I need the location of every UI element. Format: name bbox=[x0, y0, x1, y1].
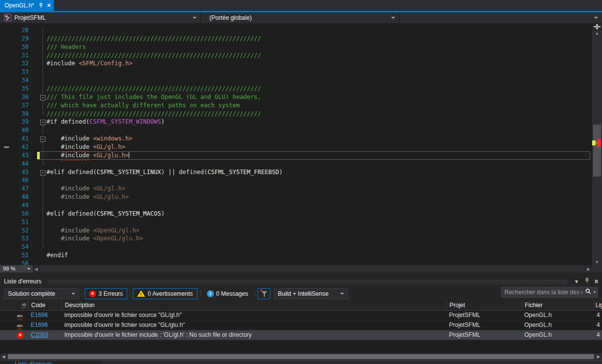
code-line[interactable]: 40 bbox=[0, 126, 592, 135]
indicator-margin[interactable] bbox=[0, 101, 14, 110]
tab-liste-derreurs[interactable]: Liste d'erreurs bbox=[0, 361, 101, 364]
indicator-margin[interactable] bbox=[0, 68, 14, 76]
scrollbar-thumb[interactable] bbox=[8, 354, 594, 359]
code-line[interactable]: 43 #include <GL/glu.h> bbox=[0, 151, 592, 160]
scroll-up-arrow[interactable]: ▲ bbox=[592, 30, 602, 36]
error-row[interactable]: abcE1696impossible d'ouvrir le fichier s… bbox=[0, 311, 602, 320]
error-code-link[interactable]: C1083 bbox=[31, 331, 48, 338]
code-line[interactable]: 30/// Headers bbox=[0, 43, 592, 51]
source-filter-dropdown[interactable]: Build + IntelliSense bbox=[274, 288, 348, 299]
code-line[interactable]: 42 #include <GL/gl.h> bbox=[0, 143, 592, 151]
column-project[interactable]: Projet bbox=[446, 300, 521, 310]
column-file[interactable]: Fichier bbox=[521, 300, 594, 310]
code-line[interactable]: 39−#if defined(CSFML_SYSTEM_WINDOWS) bbox=[0, 118, 592, 126]
fold-collapse-icon[interactable]: − bbox=[40, 170, 46, 176]
indicator-margin[interactable] bbox=[0, 176, 14, 184]
error-code-link[interactable]: E1696 bbox=[31, 312, 48, 318]
filter-button[interactable]: × bbox=[257, 288, 270, 299]
code-line[interactable]: 48 #include <GL/glu.h> bbox=[0, 193, 592, 201]
scroll-right-arrow[interactable]: ▶ bbox=[585, 267, 592, 272]
close-icon[interactable]: × bbox=[592, 277, 601, 286]
code-line[interactable]: 36−/// This file just includes the OpenG… bbox=[0, 93, 592, 101]
code-editor[interactable]: 2829////////////////////////////////////… bbox=[0, 23, 592, 268]
code-line[interactable]: 50#elif defined(CSFML_SYSTEM_MACOS) bbox=[0, 210, 592, 218]
column-description[interactable]: Description bbox=[61, 300, 446, 310]
indicator-margin[interactable] bbox=[0, 227, 14, 235]
indicator-margin[interactable] bbox=[0, 126, 14, 135]
code-line[interactable]: 55#endif bbox=[0, 251, 592, 260]
column-code[interactable]: Code bbox=[28, 300, 61, 310]
indicator-margin[interactable] bbox=[0, 201, 14, 210]
code-line[interactable]: 37/// which have actually different path… bbox=[0, 101, 592, 110]
code-line[interactable]: 47 #include <GL/gl.h> bbox=[0, 184, 592, 193]
panel-title-bar[interactable]: Liste d'erreurs ▾ × bbox=[0, 276, 602, 287]
indicator-margin[interactable] bbox=[0, 160, 14, 168]
pin-icon[interactable] bbox=[582, 277, 591, 286]
error-row[interactable]: ×C1083Impossible d'ouvrir le fichier inc… bbox=[0, 330, 602, 340]
indicator-margin[interactable] bbox=[0, 43, 14, 51]
code-line[interactable]: 32#include <SFML/Config.h> bbox=[0, 59, 592, 68]
member-dropdown[interactable] bbox=[400, 12, 602, 23]
code-line[interactable]: 38//////////////////////////////////////… bbox=[0, 110, 592, 118]
code-line[interactable]: 54 bbox=[0, 243, 592, 251]
indicator-margin[interactable] bbox=[0, 218, 14, 227]
indicator-margin[interactable] bbox=[0, 143, 14, 151]
code-line[interactable]: 44 bbox=[0, 160, 592, 168]
indicator-margin[interactable] bbox=[0, 251, 14, 260]
indicator-margin[interactable] bbox=[0, 59, 14, 68]
column-line[interactable]: Ligne bbox=[594, 300, 602, 310]
fold-collapse-icon[interactable]: − bbox=[40, 95, 46, 100]
indicator-margin[interactable] bbox=[0, 26, 14, 35]
scrollbar-thumb[interactable] bbox=[593, 125, 601, 177]
indicator-margin[interactable] bbox=[0, 243, 14, 251]
panel-horizontal-scrollbar[interactable]: ◀ ▶ bbox=[0, 353, 602, 360]
scroll-left-arrow[interactable]: ◀ bbox=[0, 354, 7, 359]
scroll-right-arrow[interactable]: ▶ bbox=[595, 354, 602, 359]
indicator-margin[interactable] bbox=[0, 168, 14, 177]
errors-filter-button[interactable]: × 3 Erreurs bbox=[85, 288, 127, 299]
indicator-margin[interactable] bbox=[0, 51, 14, 60]
indicator-margin[interactable] bbox=[0, 76, 14, 85]
code-line[interactable]: 28 bbox=[0, 26, 592, 35]
warnings-filter-button[interactable]: ! 0 Avertissements bbox=[133, 288, 197, 299]
scope-filter-dropdown[interactable]: Solution complète bbox=[4, 288, 79, 299]
code-line[interactable]: 49 bbox=[0, 201, 592, 210]
editor-vertical-scrollbar[interactable]: ▲ ▼ bbox=[592, 23, 602, 265]
search-input[interactable] bbox=[502, 289, 583, 296]
column-severity[interactable]: ab bbox=[0, 300, 28, 310]
outline-margin[interactable]: − bbox=[40, 168, 47, 177]
tab-opengl-h[interactable]: OpenGL.h* × bbox=[0, 0, 54, 11]
fold-collapse-icon[interactable]: − bbox=[40, 136, 46, 142]
indicator-margin[interactable] bbox=[0, 151, 14, 160]
code-line[interactable]: 52 #include <OpenGL/gl.h> bbox=[0, 227, 592, 235]
code-line[interactable]: 33 bbox=[0, 68, 592, 76]
error-row[interactable]: abcE1696impossible d'ouvrir le fichier s… bbox=[0, 320, 602, 330]
indicator-margin[interactable] bbox=[0, 85, 14, 93]
code-line[interactable]: 34 bbox=[0, 76, 592, 85]
window-menu-icon[interactable]: ▾ bbox=[572, 277, 581, 286]
indicator-margin[interactable] bbox=[0, 35, 14, 43]
indicator-margin[interactable] bbox=[0, 135, 14, 143]
scroll-left-arrow[interactable]: ◀ bbox=[33, 267, 40, 272]
editor-horizontal-scrollbar[interactable] bbox=[40, 265, 585, 273]
code-line[interactable]: 51 bbox=[0, 218, 592, 227]
outline-margin[interactable]: − bbox=[40, 118, 47, 126]
indicator-margin[interactable] bbox=[0, 184, 14, 193]
code-line[interactable]: 53 #include <OpenGL/glu.h> bbox=[0, 234, 592, 243]
project-dropdown[interactable]: ProjetSFML bbox=[0, 12, 201, 23]
indicator-margin[interactable] bbox=[0, 110, 14, 118]
outline-margin[interactable]: − bbox=[40, 93, 47, 101]
zoom-dropdown[interactable]: 99 % bbox=[0, 265, 33, 273]
code-line[interactable]: 35//////////////////////////////////////… bbox=[0, 85, 592, 93]
indicator-margin[interactable] bbox=[0, 234, 14, 243]
scope-dropdown[interactable]: (Portée globale) bbox=[201, 12, 400, 23]
code-line[interactable]: 29//////////////////////////////////////… bbox=[0, 35, 592, 43]
code-line[interactable]: 31//////////////////////////////////////… bbox=[0, 51, 592, 60]
code-line[interactable]: 45−#elif defined(CSFML_SYSTEM_LINUX) || … bbox=[0, 168, 592, 177]
indicator-margin[interactable] bbox=[0, 93, 14, 101]
fold-collapse-icon[interactable]: − bbox=[40, 120, 46, 125]
indicator-margin[interactable] bbox=[0, 210, 14, 218]
close-icon[interactable]: × bbox=[47, 2, 51, 8]
scroll-down-arrow[interactable]: ▼ bbox=[592, 259, 602, 265]
error-code-link[interactable]: E1696 bbox=[31, 321, 48, 328]
